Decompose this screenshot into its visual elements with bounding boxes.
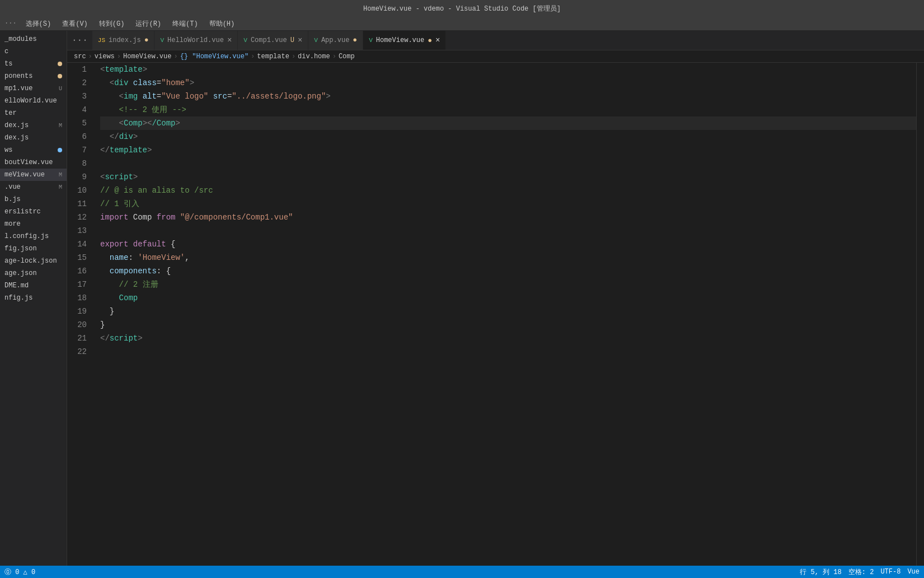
line-number: 14 (67, 237, 87, 251)
line-number: 10 (67, 184, 87, 197)
line-number: 17 (67, 278, 87, 291)
menu-more[interactable]: ··· (4, 20, 17, 27)
editor-content[interactable]: 12345678910111213141516171819202122 <tem… (67, 63, 924, 566)
line-number: 1 (67, 63, 87, 76)
code-line: Comp (100, 291, 916, 305)
code-line: name: 'HomeView', (100, 251, 916, 264)
sidebar: _modules c ts ponents mp1.vue U elloWorl… (0, 31, 67, 566)
right-gutter (916, 63, 924, 566)
code-line: } (100, 318, 916, 332)
window-title: HomeView.vue - vdemo - Visual Studio Cod… (363, 4, 561, 13)
breadcrumb-comp[interactable]: Comp (339, 53, 355, 60)
tab-index-js[interactable]: JS index.js ● (92, 31, 155, 50)
code-line: </div> (100, 130, 916, 143)
code-line: // @ is an alias to /src (100, 184, 916, 197)
main-layout: _modules c ts ponents mp1.vue U elloWorl… (0, 31, 924, 566)
sidebar-item-jsconfig[interactable]: fig.json (0, 243, 67, 255)
sidebar-item-router[interactable]: ter (0, 107, 67, 119)
line-numbers: 12345678910111213141516171819202122 (67, 63, 98, 566)
code-line: // 2 注册 (100, 278, 916, 291)
code-line: <template> (100, 63, 916, 76)
tab-comp1-vue[interactable]: V Comp1.vue U × (238, 31, 308, 50)
status-spaces[interactable]: 空格: 2 (848, 567, 874, 577)
sidebar-item-package[interactable]: age.json (0, 267, 67, 279)
code-line (100, 157, 916, 170)
tab-helloworld-vue[interactable]: V HelloWorld.vue × (154, 31, 238, 50)
sidebar-item-comp1[interactable]: mp1.vue U (0, 82, 67, 95)
sidebar-item-components[interactable]: ponents (0, 70, 67, 82)
tab-modified-dot-index: ● (144, 36, 149, 44)
sidebar-item-assets[interactable]: ts (0, 58, 67, 70)
code-line: components: { (100, 264, 916, 278)
line-number: 20 (67, 318, 87, 332)
line-number: 21 (67, 332, 87, 345)
sidebar-item-app-vue[interactable]: .vue M (0, 181, 67, 193)
sidebar-item-more[interactable]: more (0, 218, 67, 230)
line-number: 16 (67, 264, 87, 278)
code-line: <Comp></Comp> (100, 116, 916, 130)
status-encoding[interactable]: UTF-8 (880, 568, 900, 576)
vue-icon-hw: V (160, 37, 164, 44)
tab-overflow-button[interactable]: ··· (67, 35, 92, 45)
sidebar-item-c[interactable]: c (0, 45, 67, 58)
sidebar-item-helloworld[interactable]: elloWorld.vue (0, 95, 67, 107)
line-number: 3 (67, 90, 87, 103)
menu-run[interactable]: 运行(R) (131, 18, 166, 30)
sidebar-item-babelconfig[interactable]: nfig.js (0, 292, 67, 304)
menu-bar: ··· 选择(S) 查看(V) 转到(G) 运行(R) 终端(T) 帮助(H) (0, 17, 924, 31)
breadcrumb-views[interactable]: views (95, 53, 115, 60)
line-number: 4 (67, 103, 87, 116)
status-language[interactable]: Vue (907, 568, 920, 576)
code-line: <img alt="Vue logo" src="../assets/logo.… (100, 90, 916, 103)
line-number: 22 (67, 345, 87, 358)
sidebar-item-index-js-1[interactable]: dex.js M (0, 119, 67, 132)
line-number: 15 (67, 251, 87, 264)
tab-close-comp1[interactable]: × (298, 36, 302, 45)
breadcrumb-template[interactable]: template (257, 53, 289, 60)
code-line: export default { (100, 237, 916, 251)
tab-modified-home: ● (428, 36, 432, 45)
tab-app-vue[interactable]: V App.vue ● (308, 31, 363, 50)
line-number: 13 (67, 224, 87, 237)
dot-views (58, 148, 62, 152)
status-errors[interactable]: ⓪ 0 △ 0 (4, 567, 35, 577)
title-bar: HomeView.vue - vdemo - Visual Studio Cod… (0, 0, 924, 17)
sidebar-item-index-js-2[interactable]: dex.js (0, 132, 67, 144)
status-right: 行 5, 列 18 空格: 2 UTF-8 Vue (800, 567, 920, 577)
sidebar-item-vueconfig[interactable]: l.config.js (0, 230, 67, 243)
code-line (100, 345, 916, 358)
code-area[interactable]: <template> <div class="home"> <img alt="… (98, 63, 916, 566)
tab-close-hw[interactable]: × (227, 36, 232, 45)
breadcrumb-src[interactable]: src (74, 53, 86, 60)
sidebar-item-packagelock[interactable]: age-lock.json (0, 255, 67, 267)
tab-homeview-vue[interactable]: V HomeView.vue ● × (363, 31, 446, 50)
line-number: 11 (67, 197, 87, 211)
sidebar-item-aboutview[interactable]: boutView.vue (0, 156, 67, 169)
editor-area: ··· JS index.js ● V HelloWorld.vue × V C… (67, 31, 924, 566)
breadcrumb-divhome[interactable]: div.home (298, 53, 330, 60)
dot-modified-2 (58, 74, 62, 78)
menu-view[interactable]: 查看(V) (58, 18, 92, 30)
sidebar-item-readme[interactable]: DME.md (0, 279, 67, 292)
sidebar-item-eslintrc[interactable]: erslistrc (0, 206, 67, 218)
tab-close-home[interactable]: × (435, 36, 440, 45)
sidebar-item-views[interactable]: ws (0, 144, 67, 156)
breadcrumb-object[interactable]: {} "HomeView.vue" (180, 53, 248, 60)
code-line: } (100, 305, 916, 318)
line-number: 5 (67, 116, 87, 130)
tab-badge-comp1: U (290, 36, 294, 44)
code-line (100, 224, 916, 237)
sidebar-item-homeview[interactable]: meView.vue M (0, 169, 67, 181)
code-line: <!-- 2 使用 --> (100, 103, 916, 116)
sidebar-item-main-js[interactable]: b.js (0, 193, 67, 206)
line-number: 18 (67, 291, 87, 305)
sidebar-item-node-modules[interactable]: _modules (0, 33, 67, 45)
menu-terminal[interactable]: 终端(T) (168, 18, 203, 30)
menu-select[interactable]: 选择(S) (21, 18, 56, 30)
breadcrumb-homeview[interactable]: HomeView.vue (123, 53, 171, 60)
code-line: import Comp from "@/components/Comp1.vue… (100, 211, 916, 224)
menu-goto[interactable]: 转到(G) (95, 18, 129, 30)
status-cursor[interactable]: 行 5, 列 18 (800, 567, 841, 577)
menu-help[interactable]: 帮助(H) (205, 18, 240, 30)
breadcrumb: src › views › HomeView.vue › {} "HomeVie… (67, 50, 924, 63)
